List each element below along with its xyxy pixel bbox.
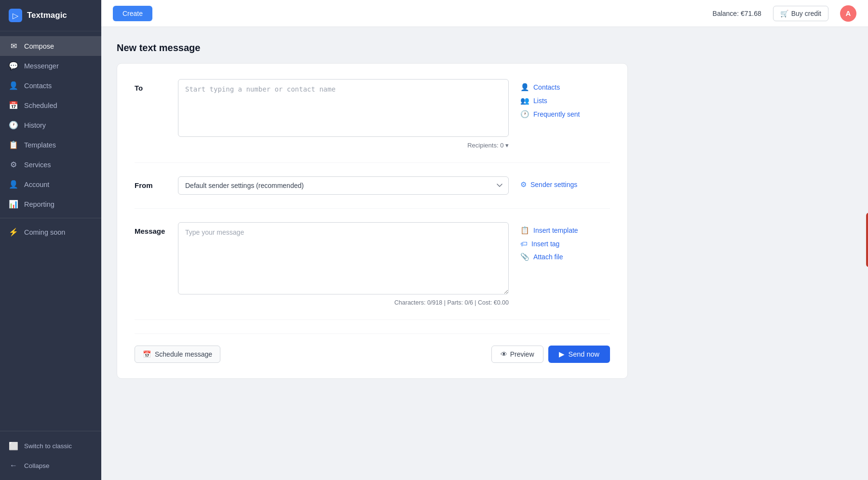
from-input-area: Default sender settings (recommended) bbox=[178, 176, 509, 195]
compose-icon: ✉ bbox=[9, 41, 18, 51]
sidebar-item-label: Reporting bbox=[24, 200, 54, 208]
send-button[interactable]: ▶ Send now bbox=[548, 346, 610, 363]
insert-tag-action[interactable]: 🏷 Insert tag bbox=[520, 240, 610, 248]
message-stats: Characters: 0/918 | Parts: 0/6 | Cost: €… bbox=[394, 299, 509, 306]
sender-settings-label: Sender settings bbox=[530, 181, 577, 188]
sidebar-nav: ✉ Compose 💬 Messenger 👤 Contacts 📅 Sched… bbox=[0, 31, 101, 431]
send-icon: ▶ bbox=[559, 350, 565, 358]
sidebar-item-reporting[interactable]: 📊 Reporting bbox=[0, 194, 101, 214]
services-icon: ⚙ bbox=[9, 160, 18, 169]
history-icon: 🕐 bbox=[9, 120, 18, 130]
schedule-button[interactable]: 📅 Schedule message bbox=[135, 346, 220, 363]
page-title: New text message bbox=[117, 42, 853, 53]
sidebar-item-label: Compose bbox=[24, 42, 54, 50]
sidebar-item-account[interactable]: 👤 Account bbox=[0, 174, 101, 194]
templates-icon: 📋 bbox=[9, 140, 18, 149]
main-area: Create Balance: €71.68 🛒 Buy credit A Ne… bbox=[101, 0, 868, 480]
insert-tag-label: Insert tag bbox=[531, 240, 559, 248]
sidebar-item-messenger[interactable]: 💬 Messenger bbox=[0, 56, 101, 76]
to-label: To bbox=[135, 79, 178, 92]
collapse-sidebar[interactable]: ← Collapse bbox=[0, 456, 101, 475]
sidebar-item-label: Messenger bbox=[24, 62, 59, 70]
message-input-area: Characters: 0/918 | Parts: 0/6 | Cost: €… bbox=[178, 222, 509, 306]
collapse-label: Collapse bbox=[24, 462, 50, 469]
sidebar-item-label: Account bbox=[24, 181, 49, 188]
content-area: New text message To Recipients: 0 ▾ 👤 bbox=[101, 27, 868, 480]
sidebar-item-label: Services bbox=[24, 161, 51, 169]
logo-icon: ▷ bbox=[9, 9, 22, 22]
collapse-icon: ← bbox=[9, 461, 18, 470]
balance-display: Balance: €71.68 bbox=[713, 10, 761, 17]
sidebar-item-label: History bbox=[24, 121, 46, 129]
switch-to-classic[interactable]: ⬜ Switch to classic bbox=[0, 436, 101, 456]
scheduled-icon: 📅 bbox=[9, 101, 18, 110]
attach-file-action[interactable]: 📎 Attach file bbox=[520, 253, 610, 261]
sidebar-item-label: Coming soon bbox=[24, 228, 65, 236]
contacts-action-label: Contacts bbox=[533, 83, 560, 91]
avatar[interactable]: A bbox=[840, 5, 856, 22]
cart-icon: 🛒 bbox=[780, 10, 788, 17]
sender-settings-icon: ⚙ bbox=[520, 180, 527, 189]
sidebar-item-services[interactable]: ⚙ Services bbox=[0, 155, 101, 174]
switch-label: Switch to classic bbox=[24, 442, 72, 450]
attach-file-label: Attach file bbox=[533, 253, 563, 261]
from-select[interactable]: Default sender settings (recommended) bbox=[178, 176, 509, 195]
frequently-sent-action[interactable]: 🕐 Frequently sent bbox=[520, 110, 610, 119]
account-icon: 👤 bbox=[9, 180, 18, 189]
message-label: Message bbox=[135, 222, 178, 235]
insert-template-action[interactable]: 📋 Insert template bbox=[520, 226, 610, 235]
sidebar-item-label: Templates bbox=[24, 141, 56, 149]
sidebar-item-templates[interactable]: 📋 Templates bbox=[0, 135, 101, 155]
sidebar-item-label: Contacts bbox=[24, 82, 52, 90]
report-problem-label: Report a problem bbox=[866, 213, 868, 267]
schedule-icon: 📅 bbox=[143, 350, 151, 358]
from-row: From Default sender settings (recommende… bbox=[135, 176, 610, 209]
sidebar: ▷ Textmagic ✉ Compose 💬 Messenger 👤 Cont… bbox=[0, 0, 101, 480]
sidebar-item-coming-soon[interactable]: ⚡ Coming soon bbox=[0, 222, 101, 242]
action-bar: 📅 Schedule message 👁 Preview ▶ Send now bbox=[135, 333, 610, 363]
schedule-label: Schedule message bbox=[155, 350, 212, 358]
logo-text: Textmagic bbox=[27, 11, 67, 20]
message-textarea[interactable] bbox=[178, 222, 509, 294]
attach-file-icon: 📎 bbox=[520, 253, 529, 261]
sidebar-item-history[interactable]: 🕐 History bbox=[0, 115, 101, 135]
message-side-actions: 📋 Insert template 🏷 Insert tag 📎 Attach … bbox=[509, 222, 610, 261]
sender-settings-action[interactable]: ⚙ Sender settings bbox=[520, 180, 610, 189]
from-side-actions: ⚙ Sender settings bbox=[509, 176, 610, 189]
sidebar-item-label: Scheduled bbox=[24, 102, 57, 109]
from-label: From bbox=[135, 176, 178, 189]
to-input-area: Recipients: 0 ▾ bbox=[178, 79, 509, 149]
contacts-action-icon: 👤 bbox=[520, 83, 529, 92]
preview-button[interactable]: 👁 Preview bbox=[491, 346, 543, 363]
sidebar-logo: ▷ Textmagic bbox=[0, 0, 101, 31]
lists-action-icon: 👥 bbox=[520, 96, 529, 105]
preview-label: Preview bbox=[510, 350, 534, 358]
messenger-icon: 💬 bbox=[9, 61, 18, 70]
sidebar-item-compose[interactable]: ✉ Compose bbox=[0, 36, 101, 56]
insert-template-icon: 📋 bbox=[520, 226, 529, 235]
to-input[interactable] bbox=[178, 79, 509, 137]
create-button[interactable]: Create bbox=[113, 6, 152, 21]
compose-form-card: To Recipients: 0 ▾ 👤 Contacts bbox=[117, 63, 628, 379]
sidebar-item-scheduled[interactable]: 📅 Scheduled bbox=[0, 95, 101, 115]
send-label: Send now bbox=[569, 350, 600, 358]
contacts-icon: 👤 bbox=[9, 81, 18, 90]
buy-credit-label: Buy credit bbox=[791, 10, 821, 17]
frequently-sent-label: Frequently sent bbox=[533, 110, 580, 118]
sidebar-item-contacts[interactable]: 👤 Contacts bbox=[0, 76, 101, 95]
lists-action[interactable]: 👥 Lists bbox=[520, 96, 610, 105]
right-actions: 👁 Preview ▶ Send now bbox=[491, 346, 610, 363]
recipients-count[interactable]: Recipients: 0 ▾ bbox=[467, 142, 509, 149]
contacts-action[interactable]: 👤 Contacts bbox=[520, 83, 610, 92]
to-row: To Recipients: 0 ▾ 👤 Contacts bbox=[135, 79, 610, 163]
sidebar-bottom: ⬜ Switch to classic ← Collapse bbox=[0, 431, 101, 480]
coming-soon-icon: ⚡ bbox=[9, 227, 18, 237]
to-side-actions: 👤 Contacts 👥 Lists 🕐 Frequently sent bbox=[509, 79, 610, 119]
buy-credit-button[interactable]: 🛒 Buy credit bbox=[773, 6, 828, 21]
lists-action-label: Lists bbox=[533, 97, 547, 105]
message-row: Message Characters: 0/918 | Parts: 0/6 |… bbox=[135, 222, 610, 320]
insert-tag-icon: 🏷 bbox=[520, 240, 528, 248]
reporting-icon: 📊 bbox=[9, 200, 18, 209]
header: Create Balance: €71.68 🛒 Buy credit A bbox=[101, 0, 868, 27]
report-problem-tab[interactable]: Report a problem bbox=[866, 213, 868, 267]
